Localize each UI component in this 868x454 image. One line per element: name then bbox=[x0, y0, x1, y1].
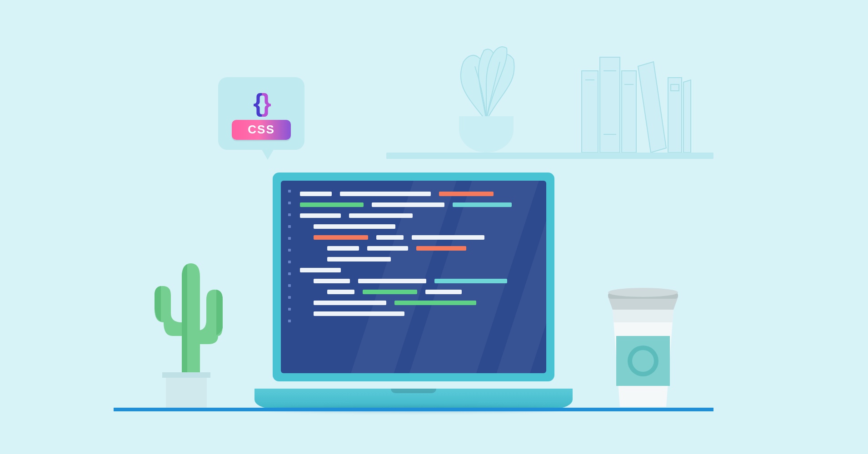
laptop-screen bbox=[281, 181, 546, 373]
code-segment bbox=[314, 301, 386, 305]
code-segment bbox=[434, 279, 507, 283]
code-line bbox=[300, 202, 534, 207]
plant-pot-icon bbox=[459, 116, 514, 153]
code-segment bbox=[327, 290, 354, 294]
code-segment bbox=[300, 202, 364, 207]
code-line bbox=[327, 246, 534, 251]
laptop-notch bbox=[391, 389, 436, 393]
code-segment bbox=[416, 246, 466, 251]
brace-left: { bbox=[253, 88, 261, 117]
code-segment bbox=[314, 279, 350, 283]
code-segment bbox=[394, 301, 476, 305]
curly-braces-icon: {} bbox=[253, 88, 269, 117]
svg-point-18 bbox=[608, 288, 678, 297]
svg-marker-16 bbox=[608, 297, 678, 310]
code-segment bbox=[439, 192, 494, 196]
potted-plant-icon bbox=[441, 35, 532, 153]
code-line bbox=[314, 279, 534, 283]
code-segment bbox=[300, 192, 332, 196]
editor-gutter bbox=[288, 190, 294, 364]
svg-point-15 bbox=[632, 350, 654, 372]
code-segment bbox=[340, 192, 431, 196]
code-line bbox=[314, 235, 534, 240]
svg-rect-0 bbox=[582, 71, 598, 153]
svg-marker-3 bbox=[638, 62, 666, 153]
svg-marker-5 bbox=[683, 80, 691, 153]
code-segment bbox=[372, 202, 444, 207]
css-speech-bubble: {} CSS bbox=[218, 77, 304, 150]
code-segment bbox=[363, 290, 417, 294]
css-badge: CSS bbox=[232, 120, 291, 140]
code-line bbox=[327, 290, 534, 294]
desk-surface bbox=[114, 408, 713, 411]
code-line bbox=[314, 311, 534, 316]
code-line bbox=[327, 257, 534, 262]
code-segment bbox=[300, 268, 341, 272]
code-line bbox=[300, 213, 534, 218]
code-segment bbox=[314, 311, 404, 316]
illustration-scene: {} CSS bbox=[0, 0, 868, 454]
svg-rect-4 bbox=[668, 78, 682, 153]
cactus-pot bbox=[166, 372, 207, 409]
code-segment bbox=[412, 235, 484, 240]
code-segment bbox=[349, 213, 413, 218]
code-editor-content bbox=[300, 192, 534, 316]
code-line bbox=[314, 224, 534, 229]
svg-rect-2 bbox=[622, 71, 636, 153]
code-segment bbox=[425, 290, 462, 294]
laptop-icon bbox=[254, 173, 573, 409]
code-line bbox=[300, 192, 534, 196]
code-segment bbox=[327, 257, 391, 262]
code-line bbox=[314, 301, 534, 305]
books-icon bbox=[577, 53, 695, 153]
code-segment bbox=[453, 202, 512, 207]
code-line bbox=[300, 268, 534, 272]
code-segment bbox=[314, 224, 395, 229]
svg-marker-12 bbox=[613, 309, 673, 322]
code-segment bbox=[300, 213, 341, 218]
code-segment bbox=[327, 246, 359, 251]
plant-leaves-icon bbox=[441, 35, 532, 121]
shelf-board bbox=[386, 153, 713, 159]
brace-right: } bbox=[261, 88, 269, 117]
cactus-icon bbox=[150, 245, 223, 409]
shelf bbox=[386, 23, 713, 159]
code-segment bbox=[358, 279, 426, 283]
code-segment bbox=[376, 235, 404, 240]
code-segment bbox=[367, 246, 408, 251]
coffee-cup-icon bbox=[604, 281, 682, 409]
code-segment bbox=[314, 235, 368, 240]
svg-rect-1 bbox=[600, 57, 620, 153]
laptop-screen-frame bbox=[273, 173, 554, 381]
